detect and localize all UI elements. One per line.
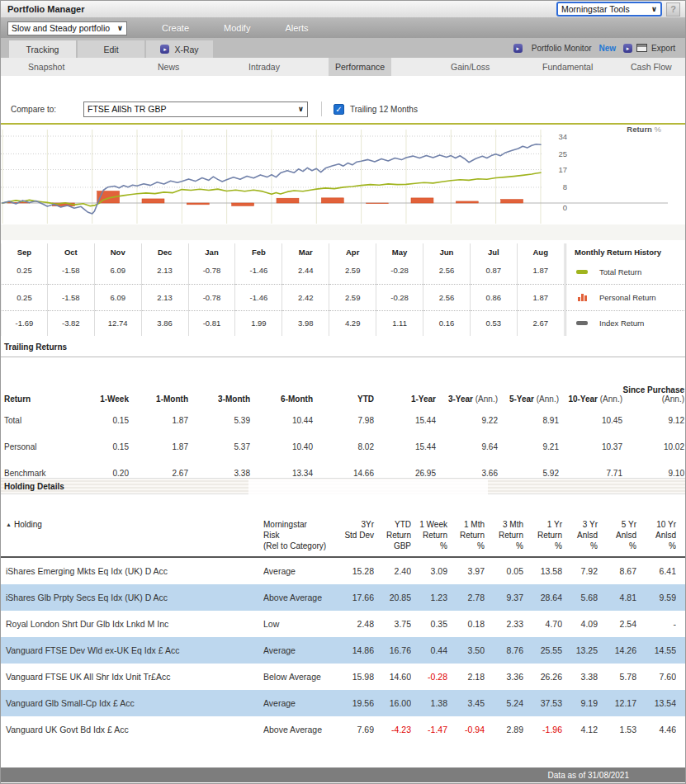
holding-value: 25.55 — [523, 637, 562, 664]
holdings-col-header[interactable]: 1 Yr Return % — [523, 519, 562, 556]
trailing-row-total: Total0.151.875.3910.447.9815.449.228.911… — [1, 405, 686, 432]
subtab-fundamental[interactable]: Fundamental — [536, 58, 599, 76]
holding-value: 5.78 — [598, 664, 636, 690]
trailing-row-label: Personal — [1, 432, 69, 458]
trailing-value: 0.15 — [69, 405, 129, 432]
holdings-col-header[interactable]: YTD Return GBP — [374, 519, 411, 556]
morningstar-risk: Average — [263, 690, 333, 716]
holding-details-title: Holding Details — [1, 482, 64, 491]
holding-name[interactable]: Vanguard UK Govt Bd Idx £ Acc — [1, 716, 263, 743]
monthly-return-value: -0.28 — [376, 260, 423, 285]
month-column-mar: Mar2.442.423.98 — [282, 243, 329, 336]
holdings-col-header[interactable]: 3 Yr Anlsd % — [562, 519, 598, 556]
holding-value: 3.09 — [411, 558, 447, 584]
tab-tracking[interactable]: Tracking — [9, 40, 76, 58]
holding-value: - — [636, 611, 676, 637]
holding-row[interactable]: iShares Emerging Mkts Eq Idx (UK) D AccA… — [1, 558, 686, 584]
holding-value: 8.67 — [598, 558, 636, 584]
tab-xray-label: X-Ray — [174, 45, 198, 54]
holding-value: 7.69 — [333, 716, 374, 743]
holding-value: 2.48 — [333, 611, 374, 637]
holdings-col-header[interactable]: 1 Mth Return % — [447, 519, 485, 556]
holding-value: 16.00 — [374, 690, 411, 716]
trailing-value: 10.40 — [250, 432, 313, 458]
portfolio-select[interactable]: Slow and Steady portfolio ∨ — [7, 21, 127, 35]
monthly-return-value: 1.87 — [518, 260, 564, 285]
help-button[interactable]: ? — [666, 2, 680, 17]
holding-name[interactable]: Vanguard FTSE Dev Wld ex-UK Eq Idx £ Acc — [1, 637, 263, 664]
holdings-col-header[interactable]: Morningstar Risk (Rel to Category) — [263, 519, 333, 556]
trailing-col-header: 10-Year (Ann.) — [559, 394, 622, 405]
holding-value: 1.53 — [598, 716, 636, 743]
holdings-col-header[interactable]: 1 Week Return % — [411, 519, 447, 556]
trailing-value: 5.39 — [188, 405, 250, 432]
chevron-down-icon: ∨ — [117, 24, 123, 32]
holdings-col-header[interactable]: 10 Yr Anlsd % — [636, 519, 676, 556]
trailing-returns-header: Return1-Week1-Month3-Month6-MonthYTD1-Ye… — [1, 357, 686, 405]
trailing-col-header: 1-Year — [374, 394, 436, 405]
portfolio-monitor-link[interactable]: Portfolio Monitor — [532, 44, 592, 53]
holding-value: 5.68 — [562, 584, 598, 611]
monthly-return-value: 1.87 — [518, 285, 564, 311]
subtab-cash-flow[interactable]: Cash Flow — [624, 58, 679, 76]
holding-name[interactable]: Vanguard FTSE UK All Shr Idx Unit Tr£Acc — [1, 664, 263, 690]
monthly-return-table: Sep0.250.25-1.69Oct-1.58-1.58-3.82Nov6.0… — [1, 243, 686, 336]
monthly-return-value: 6.09 — [95, 285, 141, 311]
holding-value: 3.75 — [374, 611, 411, 637]
menu-item-alerts[interactable]: Alerts — [285, 23, 308, 33]
holdings-col-header[interactable]: 5 Yr Anlsd % — [598, 519, 636, 556]
monthly-return-value: 3.86 — [142, 311, 188, 334]
holdings-table-body: iShares Emerging Mkts Eq Idx (UK) D AccA… — [1, 558, 686, 743]
export-arrow-icon: ▸ — [623, 44, 632, 53]
holding-value: 17.66 — [333, 584, 374, 611]
trailing-value: 0.15 — [69, 432, 129, 458]
monthly-return-columns: Sep0.250.25-1.69Oct-1.58-1.58-3.82Nov6.0… — [1, 243, 565, 336]
menu-bar: Slow and Steady portfolio ∨ Create Modif… — [1, 18, 685, 38]
holding-value: -4.23 — [374, 716, 411, 743]
benchmark-select[interactable]: FTSE AllSh TR GBP ∨ — [83, 102, 308, 117]
monthly-return-value: 12.74 — [95, 311, 141, 334]
export-icon[interactable] — [636, 44, 647, 52]
svg-text:8: 8 — [563, 182, 567, 191]
holdings-col-header[interactable]: 3 Mth Return % — [485, 519, 523, 556]
holding-value: 3.45 — [447, 690, 485, 716]
holding-value: 8.76 — [485, 637, 523, 664]
trailing-12-months-checkbox[interactable]: ✓ — [334, 104, 344, 115]
benchmark-select-value: FTSE AllSh TR GBP — [88, 104, 167, 114]
subtab-news[interactable]: News — [151, 58, 186, 76]
holdings-col-header[interactable]: ▲Holding — [1, 519, 263, 556]
monthly-return-value: 2.42 — [282, 285, 329, 311]
monthly-return-value: 2.13 — [142, 260, 188, 285]
monthly-return-value: 2.59 — [329, 260, 376, 285]
holdings-col-header[interactable]: 3Yr Std Dev — [333, 519, 374, 556]
holding-row[interactable]: Vanguard FTSE Dev Wld ex-UK Eq Idx £ Acc… — [1, 637, 686, 664]
holding-value: 4.81 — [598, 584, 636, 611]
export-link[interactable]: Export — [651, 44, 675, 53]
monthly-return-value: 6.09 — [95, 260, 141, 285]
holding-name[interactable]: iShares Glb Prpty Secs Eq Idx (UK) D Acc — [1, 584, 263, 611]
menu-item-modify[interactable]: Modify — [224, 23, 250, 33]
svg-text:17: 17 — [558, 165, 567, 174]
subtab-snapshot[interactable]: Snapshot — [21, 58, 71, 76]
holding-row[interactable]: Vanguard FTSE UK All Shr Idx Unit Tr£Acc… — [1, 664, 686, 690]
holding-row[interactable]: Vanguard Glb Small-Cp Idx £ AccAverage19… — [1, 690, 686, 716]
holding-name[interactable]: Royal London Shrt Dur Glb Idx Lnkd M Inc — [1, 611, 263, 637]
footer-bar: Data as of 31/08/2021 — [1, 767, 686, 782]
subtab-gain-loss[interactable]: Gain/Loss — [444, 58, 496, 76]
holding-row[interactable]: Royal London Shrt Dur Glb Idx Lnkd M Inc… — [1, 611, 686, 637]
subtab-performance[interactable]: Performance — [329, 58, 391, 76]
month-label: Jan — [189, 243, 235, 260]
monthly-return-value: 2.13 — [142, 285, 188, 311]
subtab-intraday[interactable]: Intraday — [242, 58, 286, 76]
holding-name[interactable]: iShares Emerging Mkts Eq Idx (UK) D Acc — [1, 558, 263, 584]
holding-row[interactable]: iShares Glb Prpty Secs Eq Idx (UK) D Acc… — [1, 584, 686, 611]
holding-name[interactable]: Vanguard Glb Small-Cp Idx £ Acc — [1, 690, 263, 716]
holding-value: 7.60 — [636, 664, 676, 690]
tab-edit[interactable]: Edit — [78, 40, 144, 58]
holding-row[interactable]: Vanguard UK Govt Bd Idx £ AccAbove Avera… — [1, 716, 686, 743]
menu-item-create[interactable]: Create — [162, 23, 189, 33]
holding-value: 14.26 — [598, 637, 636, 664]
holding-details-bar: Holding Details — [1, 478, 686, 494]
morningstar-tools-select[interactable]: Morningstar Tools ∨ — [556, 2, 662, 17]
tab-xray[interactable]: ▸ X-Ray — [146, 40, 213, 58]
